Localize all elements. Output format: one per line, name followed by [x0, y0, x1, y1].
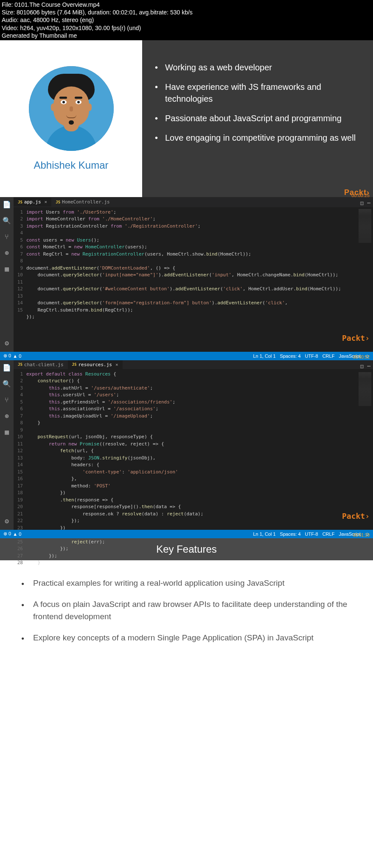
bullet-item: Passionate about JavaScript and programm… — [155, 112, 360, 124]
bottom-area: 00:01:42 — [0, 670, 373, 868]
gear-icon[interactable]: ⚙ — [3, 339, 11, 348]
code-editor-1: 📄 🔍 ⑂ ⊛ ▦ ⚙ JSapp.js× JSHomeController.j… — [0, 197, 373, 352]
gear-icon[interactable]: ⚙ — [3, 517, 11, 526]
cursor-position[interactable]: Ln 1, Col 1 — [253, 531, 275, 537]
packt-logo: Packt — [342, 512, 370, 520]
code-area[interactable]: 1234567891011121314151617181920212223242… — [14, 369, 373, 568]
status-bar-1: ⊗ 0 ▲ 0 Ln 1, Col 1 Spaces: 4 UTF-8 CRLF… — [0, 352, 373, 360]
intro-slide: Abhishek Kumar Working as a web develope… — [0, 40, 373, 197]
tab-bar: JSchat-client.js JSresources.js× — [14, 360, 373, 369]
file-info-line: File: 0101.The Course Overview.mp4 — [2, 1, 371, 8]
code-content[interactable]: import Users from './UserStore'; import … — [26, 209, 373, 321]
debug-icon[interactable]: ⊛ — [3, 249, 11, 257]
editor-actions: ◫ ⋯ — [360, 200, 370, 206]
extensions-icon[interactable]: ▦ — [3, 265, 11, 273]
git-icon[interactable]: ⑂ — [3, 396, 11, 404]
bullet-item: Love engaging in competitive programming… — [155, 132, 360, 144]
tab-label: HomeController.js — [62, 199, 110, 205]
js-icon: JS — [72, 362, 77, 367]
minimap[interactable] — [359, 209, 371, 243]
more-icon[interactable]: ⋯ — [367, 200, 370, 206]
code-editor-2: 📄 🔍 ⑂ ⊛ ▦ ⚙ JSchat-client.js JSresources… — [0, 360, 373, 530]
eol[interactable]: CRLF — [323, 353, 335, 359]
search-icon[interactable]: 🔍 — [3, 380, 11, 388]
more-icon[interactable]: ⋯ — [367, 363, 370, 369]
js-icon: JS — [56, 200, 60, 204]
file-info-line: Generated by Thumbnail me — [2, 32, 371, 39]
feature-item: Practical examples for writing a real-wo… — [21, 577, 352, 590]
file-info-bar: File: 0101.The Course Overview.mp4 Size:… — [0, 0, 373, 40]
js-icon: JS — [18, 362, 22, 367]
packt-logo: Packt — [342, 334, 370, 342]
activity-bar: 📄 🔍 ⑂ ⊛ ▦ ⚙ — [0, 197, 14, 352]
cursor-position[interactable]: Ln 1, Col 1 — [253, 353, 275, 359]
debug-icon[interactable]: ⊛ — [3, 412, 11, 420]
code-area[interactable]: 123456789101112131415 import Users from … — [14, 207, 373, 323]
close-icon[interactable]: × — [45, 199, 48, 205]
tab-label: chat-client.js — [24, 362, 64, 367]
extensions-icon[interactable]: ▦ — [3, 428, 11, 437]
warnings-badge[interactable]: ▲ 0 — [13, 531, 21, 537]
tab-label: app.js — [24, 199, 41, 205]
tab-chat-client-js[interactable]: JSchat-client.js — [14, 360, 68, 369]
encoding[interactable]: UTF-8 — [305, 531, 318, 537]
status-bar-2: ⊗ 0 ▲ 0 Ln 1, Col 1 Spaces: 4 UTF-8 CRLF… — [0, 530, 373, 538]
feature-item: A focus on plain JavaScript and raw brow… — [21, 598, 352, 623]
tab-label: resources.js — [78, 362, 112, 367]
bullet-item: Working as a web developer — [155, 61, 360, 73]
eol[interactable]: CRLF — [323, 531, 335, 537]
js-icon: JS — [18, 200, 22, 204]
file-info-line: Audio: aac, 48000 Hz, stereo (eng) — [2, 16, 371, 24]
indent-setting[interactable]: Spaces: 4 — [280, 531, 301, 537]
features-list: Practical examples for writing a real-wo… — [0, 560, 373, 670]
errors-badge[interactable]: ⊗ 0 — [3, 353, 11, 359]
warnings-badge[interactable]: ▲ 0 — [13, 353, 21, 359]
tab-resources-js[interactable]: JSresources.js× — [68, 360, 123, 369]
tab-homecontroller-js[interactable]: JSHomeController.js — [51, 198, 114, 206]
tab-app-js[interactable]: JSapp.js× — [14, 198, 51, 206]
editor-timestamp: 00:01:19 — [353, 533, 370, 537]
file-info-line: Video: h264, yuv420p, 1920x1080, 30.00 f… — [2, 24, 371, 32]
split-editor-icon[interactable]: ◫ — [360, 200, 364, 206]
editor-actions: ◫ ⋯ — [360, 363, 370, 369]
line-numbers: 123456789101112131415 — [14, 209, 26, 321]
errors-badge[interactable]: ⊗ 0 — [3, 531, 11, 537]
file-info-line: Size: 8010606 bytes (7.64 MiB), duration… — [2, 8, 371, 16]
feature-item: Explore key concepts of a modern Single … — [21, 632, 352, 644]
author-name: Abhishek Kumar — [34, 159, 108, 171]
tab-bar: JSapp.js× JSHomeController.js — [14, 197, 373, 207]
bullet-item: Have experience with JS frameworks and t… — [155, 81, 360, 105]
minimap[interactable] — [359, 372, 371, 406]
split-editor-icon[interactable]: ◫ — [360, 363, 364, 369]
indent-setting[interactable]: Spaces: 4 — [280, 353, 301, 359]
files-icon[interactable]: 📄 — [3, 200, 11, 209]
search-icon[interactable]: 🔍 — [3, 217, 11, 225]
close-icon[interactable]: × — [115, 362, 118, 367]
editor-timestamp: 00:00:52 — [353, 355, 370, 359]
activity-bar: 📄 🔍 ⑂ ⊛ ▦ ⚙ — [0, 360, 14, 530]
author-panel: Abhishek Kumar — [0, 40, 142, 197]
files-icon[interactable]: 📄 — [3, 364, 11, 372]
author-bullets-panel: Working as a web developer Have experien… — [142, 40, 373, 197]
git-icon[interactable]: ⑂ — [3, 233, 11, 241]
author-avatar — [29, 66, 114, 151]
encoding[interactable]: UTF-8 — [305, 353, 318, 359]
